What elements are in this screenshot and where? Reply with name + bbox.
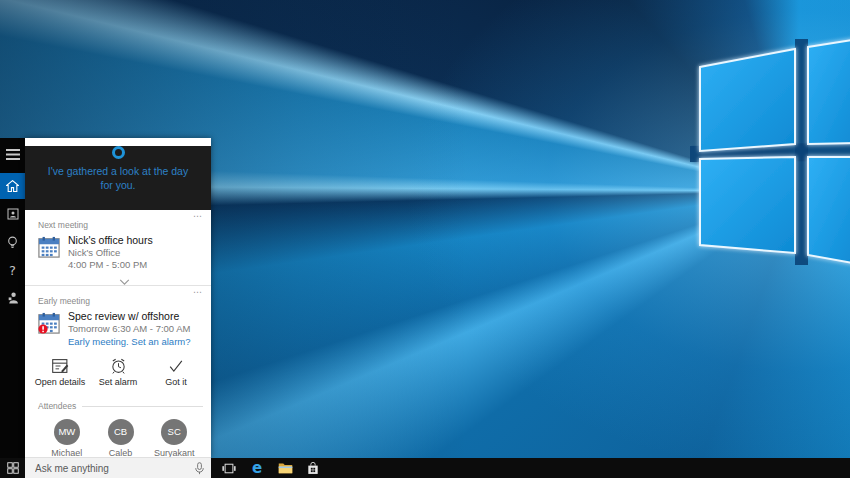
calendar-icon bbox=[38, 236, 60, 258]
chevron-down-icon bbox=[119, 279, 130, 285]
check-icon bbox=[167, 358, 185, 374]
attendees-divider bbox=[82, 406, 203, 407]
meeting-title: Spec review w/ offshore bbox=[68, 310, 191, 323]
card-actions: Open details Set alarm Got it bbox=[25, 350, 211, 395]
edge-browser-button[interactable]: e bbox=[243, 458, 271, 478]
meeting-title: Nick's office hours bbox=[68, 234, 153, 247]
microphone-button[interactable] bbox=[188, 462, 211, 475]
feedback-person-icon bbox=[7, 292, 18, 304]
early-meeting-label: Early meeting bbox=[38, 296, 211, 306]
home-icon bbox=[6, 180, 19, 192]
cortana-greeting-line2: for you. bbox=[25, 178, 211, 192]
meeting-location: Nick's Office bbox=[68, 247, 153, 259]
set-alarm-label: Set alarm bbox=[89, 377, 147, 387]
search-input[interactable] bbox=[25, 463, 188, 474]
set-alarm-button[interactable]: Set alarm bbox=[89, 356, 147, 391]
lightbulb-icon bbox=[7, 236, 18, 249]
early-meeting-card: ⋯ Early meeting bbox=[25, 286, 211, 350]
open-details-button[interactable]: Open details bbox=[31, 356, 89, 391]
cortana-ring-icon bbox=[112, 146, 125, 159]
microphone-icon bbox=[195, 462, 204, 475]
got-it-label: Got it bbox=[147, 377, 205, 387]
desktop: ? I've gathered a look at the day for yo… bbox=[0, 0, 850, 478]
attendee-caleb[interactable]: CB Caleb bbox=[94, 417, 148, 458]
store-button[interactable] bbox=[299, 458, 327, 478]
task-view-icon bbox=[222, 463, 236, 474]
attendees-section: Attendees MW Michael CB Caleb SC Suryaka… bbox=[25, 395, 211, 466]
notebook-icon bbox=[7, 208, 19, 220]
meeting-time: Tomorrow 6:30 AM - 7:00 AM bbox=[68, 323, 191, 335]
got-it-button[interactable]: Got it bbox=[147, 356, 205, 391]
start-button[interactable] bbox=[0, 458, 25, 478]
attendee-michael[interactable]: MW Michael bbox=[40, 417, 94, 458]
next-meeting-card: ⋯ Next meeting Nic bbox=[25, 210, 211, 286]
help-icon: ? bbox=[9, 263, 16, 278]
cortana-panel: I've gathered a look at the day for you.… bbox=[25, 138, 211, 458]
hamburger-menu-button[interactable] bbox=[0, 141, 25, 167]
avatar: SC bbox=[161, 419, 187, 445]
next-meeting-label: Next meeting bbox=[38, 220, 211, 230]
avatar: CB bbox=[108, 419, 134, 445]
windows-start-icon bbox=[7, 462, 19, 474]
sidebar-item-feedback[interactable] bbox=[0, 285, 25, 311]
attendees-label: Attendees bbox=[38, 401, 76, 411]
file-explorer-icon bbox=[278, 462, 293, 474]
edge-icon: e bbox=[252, 461, 262, 476]
cortana-header: I've gathered a look at the day for you. bbox=[25, 146, 211, 210]
store-icon bbox=[307, 462, 319, 475]
cortana-search-bar bbox=[25, 457, 211, 478]
sidebar-item-home[interactable] bbox=[0, 173, 25, 199]
avatar: MW bbox=[54, 419, 80, 445]
sidebar-item-notebook[interactable] bbox=[0, 201, 25, 227]
set-alarm-link[interactable]: Early meeting. Set an alarm? bbox=[68, 335, 191, 348]
file-explorer-button[interactable] bbox=[271, 458, 299, 478]
expand-card-button[interactable] bbox=[38, 271, 211, 283]
task-view-button[interactable] bbox=[215, 458, 243, 478]
card-menu-ellipsis[interactable]: ⋯ bbox=[193, 212, 203, 220]
open-details-icon bbox=[52, 358, 69, 374]
hamburger-icon bbox=[6, 149, 20, 160]
windows-logo bbox=[650, 0, 850, 330]
cortana-greeting-line1: I've gathered a look at the day bbox=[25, 164, 211, 178]
sidebar-item-reminders[interactable] bbox=[0, 229, 25, 255]
card-menu-ellipsis[interactable]: ⋯ bbox=[193, 288, 203, 296]
open-details-label: Open details bbox=[31, 377, 89, 387]
attendee-suryakant[interactable]: SC Suryakant bbox=[147, 417, 201, 458]
meeting-time: 4:00 PM - 5:00 PM bbox=[68, 259, 153, 271]
sidebar-item-help[interactable]: ? bbox=[0, 257, 25, 283]
calendar-alert-icon bbox=[38, 312, 60, 334]
cortana-rail: ? bbox=[0, 138, 25, 458]
alarm-clock-icon bbox=[110, 358, 127, 374]
